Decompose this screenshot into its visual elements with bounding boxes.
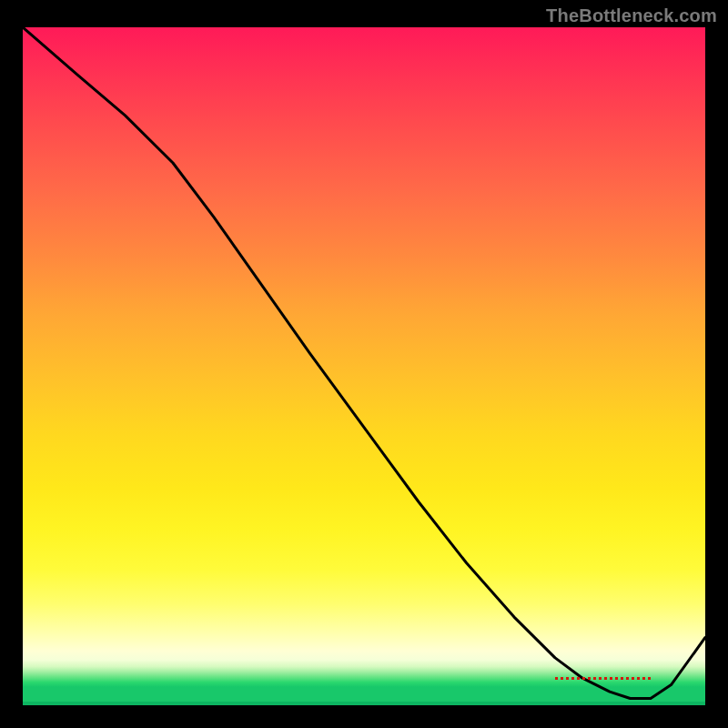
chart-stage: TheBottleneck.com bbox=[0, 0, 728, 728]
plot-frame bbox=[23, 27, 705, 705]
watermark-text: TheBottleneck.com bbox=[546, 5, 717, 26]
line-series bbox=[23, 27, 705, 705]
optimal-marker bbox=[555, 677, 651, 685]
